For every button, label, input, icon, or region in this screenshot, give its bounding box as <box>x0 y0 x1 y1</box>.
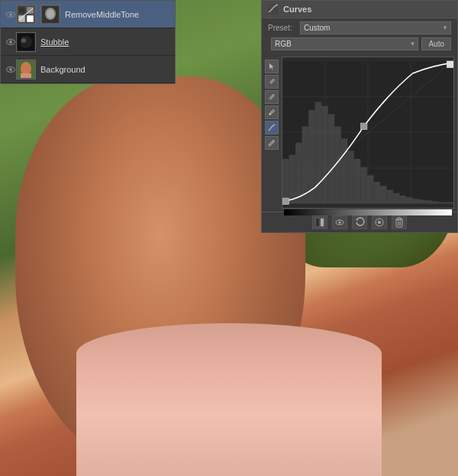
svg-rect-4 <box>27 15 34 22</box>
svg-rect-1 <box>18 7 25 14</box>
svg-point-16 <box>269 99 271 100</box>
svg-rect-40 <box>373 182 380 204</box>
layer-item[interactable]: RemoveMiddleTone <box>1 1 175 28</box>
svg-rect-37 <box>354 159 361 204</box>
svg-rect-56 <box>316 219 319 226</box>
svg-rect-45 <box>406 197 413 204</box>
preset-dropdown[interactable]: Custom Default Medium Contrast Strong Co… <box>300 21 451 34</box>
layer-mask-thumbnail <box>40 5 60 24</box>
curves-icon <box>268 4 279 15</box>
eye-bottom-icon[interactable] <box>332 215 347 229</box>
eyedropper-gray-tool[interactable] <box>265 90 279 104</box>
svg-rect-46 <box>413 199 420 203</box>
svg-rect-3 <box>18 15 25 22</box>
layer-name-background: Background <box>40 65 85 74</box>
svg-rect-38 <box>360 167 367 204</box>
svg-rect-50 <box>439 202 446 204</box>
svg-rect-41 <box>380 186 387 203</box>
svg-point-10 <box>21 38 26 43</box>
preset-row: Preset: Custom Default Medium Contrast S… <box>268 21 451 34</box>
svg-point-7 <box>47 9 54 18</box>
svg-rect-51 <box>445 202 453 204</box>
shirt <box>76 323 382 476</box>
svg-point-9 <box>20 36 32 48</box>
curves-graph[interactable] <box>282 57 454 209</box>
auto-button[interactable]: Auto <box>421 37 451 50</box>
curves-svg <box>282 57 453 208</box>
svg-rect-26 <box>282 159 289 204</box>
svg-rect-48 <box>426 200 433 203</box>
layer-visibility-toggle[interactable] <box>5 37 16 47</box>
curves-graph-container <box>262 57 457 212</box>
svg-point-61 <box>378 221 381 224</box>
svg-rect-49 <box>432 201 439 203</box>
layer-item[interactable]: Background <box>1 56 175 83</box>
layer-visibility-toggle[interactable] <box>5 9 16 20</box>
eyedropper-black-tool[interactable] <box>265 75 279 89</box>
mask-bottom-icon[interactable] <box>312 215 327 229</box>
svg-rect-43 <box>393 193 400 204</box>
svg-rect-47 <box>419 199 426 203</box>
curves-tools <box>265 57 280 209</box>
svg-point-59 <box>339 221 341 223</box>
visibility-bottom-icon[interactable] <box>372 215 387 229</box>
svg-rect-35 <box>341 138 348 203</box>
preset-label: Preset: <box>268 24 297 32</box>
svg-rect-52 <box>360 123 367 130</box>
svg-rect-31 <box>315 102 322 203</box>
channel-dropdown[interactable]: RGB Red Green Blue <box>271 37 418 50</box>
svg-point-17 <box>269 114 271 115</box>
pointer-tool[interactable] <box>265 60 279 73</box>
svg-rect-44 <box>400 196 407 204</box>
delete-bottom-icon[interactable] <box>392 215 407 229</box>
svg-rect-42 <box>387 190 394 204</box>
layer-thumbnail-background <box>16 60 36 79</box>
svg-rect-57 <box>321 219 324 226</box>
layer-item[interactable]: Stubble <box>1 28 175 56</box>
preset-dropdown-wrapper[interactable]: Custom Default Medium Contrast Strong Co… <box>300 21 451 34</box>
layer-name-remove-middle-tone: RemoveMiddleTone <box>65 10 139 19</box>
svg-rect-32 <box>321 106 328 204</box>
svg-rect-54 <box>447 61 453 68</box>
curves-panel: Curves Preset: Custom Default Medium Con… <box>261 0 458 233</box>
svg-rect-39 <box>367 175 374 203</box>
channel-dropdown-wrapper[interactable]: RGB Red Green Blue <box>271 37 418 50</box>
layer-visibility-toggle[interactable] <box>5 64 16 75</box>
layer-thumbnail-stubble <box>16 32 36 52</box>
gradient-bar-bottom <box>284 209 452 215</box>
pencil-tool[interactable] <box>265 136 279 150</box>
curves-panel-title: Curves <box>283 5 311 14</box>
curve-edit-tool[interactable] <box>265 121 279 134</box>
layers-panel: RemoveMiddleTone Stubble Background <box>0 0 176 84</box>
reset-bottom-icon[interactable] <box>352 215 367 229</box>
svg-rect-28 <box>295 143 302 204</box>
curves-controls: Preset: Custom Default Medium Contrast S… <box>262 18 457 57</box>
svg-rect-53 <box>282 198 289 205</box>
svg-point-15 <box>269 83 271 85</box>
svg-rect-13 <box>21 73 31 78</box>
svg-rect-33 <box>328 114 335 203</box>
svg-rect-27 <box>289 155 296 204</box>
layer-name-stubble: Stubble <box>40 37 69 47</box>
layer-thumbnail-curves <box>16 5 36 24</box>
eyedropper-white-tool[interactable] <box>265 105 279 119</box>
curves-panel-header: Curves <box>262 1 457 18</box>
channel-row: RGB Red Green Blue Auto <box>268 37 451 50</box>
svg-rect-36 <box>347 151 354 203</box>
